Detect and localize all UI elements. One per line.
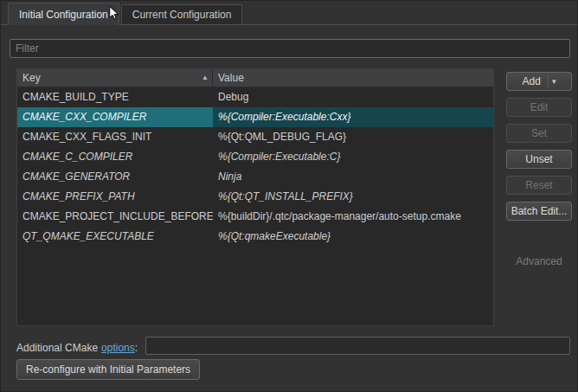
- reset-button[interactable]: Reset: [506, 176, 572, 195]
- additional-cmake-options-label: Additional CMakeoptions:: [16, 339, 138, 358]
- configuration-table: Key ▲ Value CMAKE_BUILD_TYPE Debug CMAKE…: [16, 68, 494, 326]
- add-button[interactable]: Add ▾: [506, 72, 572, 91]
- button-separator: [548, 75, 549, 87]
- cell-value[interactable]: %{Qt:QT_INSTALL_PREFIX}: [213, 187, 493, 207]
- cell-value[interactable]: %{Qt:qmakeExecutable}: [213, 227, 493, 247]
- cell-key[interactable]: QT_QMAKE_EXECUTABLE: [17, 227, 213, 247]
- cell-key[interactable]: CMAKE_PREFIX_PATH: [17, 187, 213, 207]
- cell-key[interactable]: CMAKE_CXX_FLAGS_INIT: [17, 127, 213, 147]
- batch-edit-button[interactable]: Batch Edit...: [506, 202, 572, 221]
- table-row[interactable]: CMAKE_C_COMPILER %{Compiler:Executable:C…: [17, 147, 493, 167]
- column-header-value[interactable]: Value: [213, 69, 493, 87]
- additional-cmake-text: Additional CMake: [16, 342, 98, 354]
- table-row[interactable]: CMAKE_PREFIX_PATH %{Qt:QT_INSTALL_PREFIX…: [17, 187, 493, 207]
- column-header-key-label: Key: [22, 69, 41, 87]
- add-button-label: Add: [523, 75, 541, 87]
- sort-ascending-icon: ▲: [202, 69, 212, 87]
- cell-value[interactable]: %{buildDir}/.qtc/package-manager/auto-se…: [213, 207, 493, 227]
- tab-bar: Initial Configuration Current Configurat…: [1, 1, 577, 25]
- cell-value[interactable]: Debug: [213, 87, 493, 107]
- tab-initial-configuration[interactable]: Initial Configuration: [8, 3, 119, 25]
- cell-key[interactable]: CMAKE_PROJECT_INCLUDE_BEFORE: [17, 207, 213, 227]
- colon-text: :: [135, 342, 138, 354]
- edit-button[interactable]: Edit: [506, 98, 572, 117]
- unset-button[interactable]: Unset: [506, 150, 572, 169]
- table-row[interactable]: CMAKE_BUILD_TYPE Debug: [17, 87, 493, 107]
- cell-value[interactable]: Ninja: [213, 167, 493, 187]
- mouse-cursor-icon: [106, 5, 122, 21]
- set-button[interactable]: Set: [506, 124, 572, 143]
- column-header-key[interactable]: Key ▲: [17, 69, 213, 87]
- cell-value[interactable]: %{Qt:QML_DEBUG_FLAG}: [213, 127, 493, 147]
- dropdown-arrow-icon: ▾: [552, 77, 556, 86]
- table-row[interactable]: CMAKE_GENERATOR Ninja: [17, 167, 493, 187]
- table-row[interactable]: CMAKE_CXX_FLAGS_INIT %{Qt:QML_DEBUG_FLAG…: [17, 127, 493, 147]
- filter-input[interactable]: [10, 39, 570, 58]
- cell-key[interactable]: CMAKE_BUILD_TYPE: [17, 87, 213, 107]
- table-row[interactable]: CMAKE_PROJECT_INCLUDE_BEFORE %{buildDir}…: [17, 207, 493, 227]
- cell-key[interactable]: CMAKE_C_COMPILER: [17, 147, 213, 167]
- cell-value[interactable]: %{Compiler:Executable:C}: [213, 147, 493, 167]
- table-row-selected[interactable]: CMAKE_CXX_COMPILER %{Compiler:Executable…: [17, 107, 493, 127]
- cell-key[interactable]: CMAKE_GENERATOR: [17, 167, 213, 187]
- table-actions: Add ▾ Edit Set Unset Reset Batch Edit...…: [506, 72, 572, 267]
- cell-value[interactable]: %{Compiler:Executable:Cxx}: [213, 107, 493, 127]
- cmake-options-input[interactable]: [145, 337, 570, 355]
- table-row[interactable]: QT_QMAKE_EXECUTABLE %{Qt:qmakeExecutable…: [17, 227, 493, 247]
- cmake-configuration-panel: { "tabs": [ { "label": "Initial Configur…: [0, 0, 578, 392]
- reconfigure-button[interactable]: Re-configure with Initial Parameters: [16, 359, 200, 380]
- tab-current-configuration[interactable]: Current Configuration: [121, 4, 243, 24]
- advanced-checkbox[interactable]: Advanced: [506, 255, 572, 267]
- cell-key[interactable]: CMAKE_CXX_COMPILER: [17, 107, 213, 127]
- table-header: Key ▲ Value: [17, 69, 493, 87]
- options-link[interactable]: options: [101, 342, 135, 354]
